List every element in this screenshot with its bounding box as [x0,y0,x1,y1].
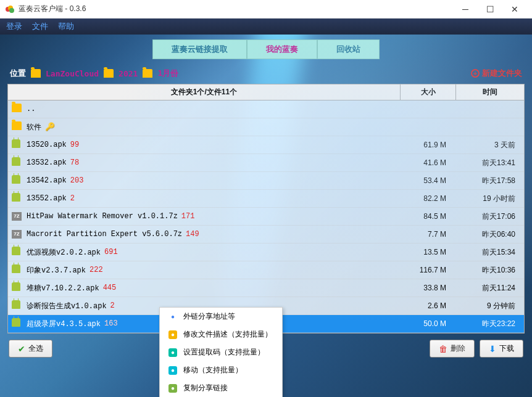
menu-help[interactable]: 帮助 [58,21,74,32]
breadcrumb-row: 位置 LanZouCloud 2021 1月份 + 新建文件夹 [7,65,525,81]
menu-item-label: 修改文件描述（支持批量） [183,329,272,340]
download-count: 149 [186,230,199,239]
table-row[interactable]: 7Z Macrorit Partition Expert v5.6.0.7z 1… [8,226,524,244]
row-icon [12,175,23,186]
folder-icon [104,69,114,78]
file-time: 昨天10:36 [452,265,520,276]
row-icon [12,282,23,293]
file-name: 超级录屏v4.3.5.apk [27,319,101,329]
download-count: 445 [103,284,117,292]
menu-item-icon: ● [168,384,177,393]
menubar: 登录 文件 帮助 [0,18,532,35]
menu-item-label: 移动（支持批量） [183,365,243,375]
file-name: Macrorit Partition Expert v5.6.0.7z [27,230,182,239]
table-row[interactable]: 印象v2.3.7.apk 222 116.7 M 昨天10:36 [8,261,524,279]
table-row[interactable]: 13520.apk 99 61.9 M 3 天前 [8,136,524,154]
row-icon [12,157,23,168]
row-icon [12,318,23,329]
titlebar: 蓝奏云客户端 - 0.3.6 ─ ☐ ✕ [0,0,532,18]
file-name: 优源视频v2.0.2.apk [27,247,101,258]
file-time: 前天15:34 [452,247,520,258]
maximize-button[interactable]: ☐ [478,1,502,18]
window-title: 蓝奏云客户端 - 0.3.6 [19,4,453,14]
minimize-button[interactable]: ─ [453,1,478,18]
col-time[interactable]: 时间 [456,84,524,100]
file-name: 印象v2.3.7.apk [27,265,86,276]
table-row[interactable]: 13552.apk 2 82.2 M 19 小时前 [8,190,524,208]
context-menu-item[interactable]: ●外链分享地址等 [160,308,282,325]
table-row[interactable]: 13542.apk 203 53.4 M 昨天17:58 [8,172,524,190]
tab-recycle[interactable]: 回收站 [317,39,380,59]
file-size: 50.0 M [397,319,452,328]
close-button[interactable]: ✕ [502,1,527,18]
breadcrumb-item[interactable]: LanZouCloud [46,69,99,78]
file-table: 文件夹1个/文件11个 大小 时间 .. 软件 🔑 13520.apk 99 6… [7,84,525,334]
menu-login[interactable]: 登录 [6,21,22,32]
android-icon [12,175,20,184]
download-label: 下载 [499,343,514,354]
menu-file[interactable]: 文件 [32,21,48,32]
file-time: 3 天前 [452,140,520,150]
android-icon [12,139,20,148]
file-name: 13542.apk [27,176,67,185]
file-name: .. [27,105,35,113]
tab-extract[interactable]: 蓝奏云链接提取 [152,39,247,59]
file-size: 61.9 M [397,141,452,149]
file-size: 13.5 M [397,248,452,256]
tab-bar: 蓝奏云链接提取 我的蓝奏 回收站 [7,39,525,59]
download-button[interactable]: ⬇ 下载 [480,340,523,358]
download-count: 222 [89,266,103,274]
new-folder-button[interactable]: + 新建文件夹 [471,68,522,79]
file-name: 堆糖v7.10.2.2.apk [27,283,99,293]
folder-icon [143,69,152,78]
col-name[interactable]: 文件夹1个/文件11个 [8,84,401,100]
android-icon [12,318,20,327]
android-icon [12,247,20,255]
breadcrumb-item[interactable]: 1月份 [157,68,178,79]
delete-button[interactable]: 🗑 删除 [430,340,475,358]
table-row[interactable]: 软件 🔑 [8,118,524,136]
folder-icon [12,121,22,130]
menu-item-label: 设置提取码（支持批量） [183,347,265,358]
download-count: 78 [70,158,79,167]
file-time: 前天11:24 [452,283,520,293]
download-count: 163 [104,319,118,328]
breadcrumb-item[interactable]: 2021 [118,69,138,78]
row-icon [12,193,23,204]
download-count: 171 [181,212,195,221]
row-icon [12,247,23,258]
table-row[interactable]: 7Z HitPaw Watermark Remover v1.0.1.7z 17… [8,208,524,226]
file-size: 41.6 M [397,158,452,167]
table-row[interactable]: 优源视频v2.0.2.apk 691 13.5 M 前天15:34 [8,244,524,261]
key-icon: 🔑 [45,122,55,132]
table-row[interactable]: .. [8,100,524,118]
file-time: 前天13:41 [452,158,520,168]
file-name: HitPaw Watermark Remover v1.0.1.7z [27,212,178,221]
select-all-button[interactable]: ✔ 全选 [9,340,52,358]
file-size: 2.6 M [397,301,452,310]
file-name: 13552.apk [27,194,67,203]
archive-icon: 7Z [12,230,22,239]
file-size: 82.2 M [397,194,452,203]
menu-item-icon: ● [168,366,177,375]
col-size[interactable]: 大小 [401,84,456,100]
file-time: 9 分钟前 [452,301,520,311]
context-menu-item[interactable]: ●复制分享链接 [160,379,282,397]
trash-icon: 🗑 [439,344,447,354]
file-name: 软件 [27,122,41,133]
download-icon: ⬇ [489,344,496,354]
table-row[interactable]: 堆糖v7.10.2.2.apk 445 33.8 M 前天11:24 [8,279,524,297]
table-row[interactable]: 13532.apk 78 41.6 M 前天13:41 [8,154,524,172]
context-menu-item[interactable]: ●移动（支持批量） [160,361,282,379]
download-count: 203 [70,176,84,185]
check-icon: ✔ [18,344,25,354]
tab-mine[interactable]: 我的蓝奏 [247,39,317,59]
row-icon: 7Z [12,211,23,222]
context-menu-item[interactable]: ●修改文件描述（支持批量） [160,325,282,343]
context-menu-item[interactable]: ●设置提取码（支持批量） [160,343,282,361]
file-size: 116.7 M [397,266,452,274]
delete-label: 删除 [451,343,465,354]
file-time: 昨天17:58 [452,176,520,186]
file-size: 33.8 M [397,284,452,292]
file-time: 19 小时前 [452,194,520,204]
